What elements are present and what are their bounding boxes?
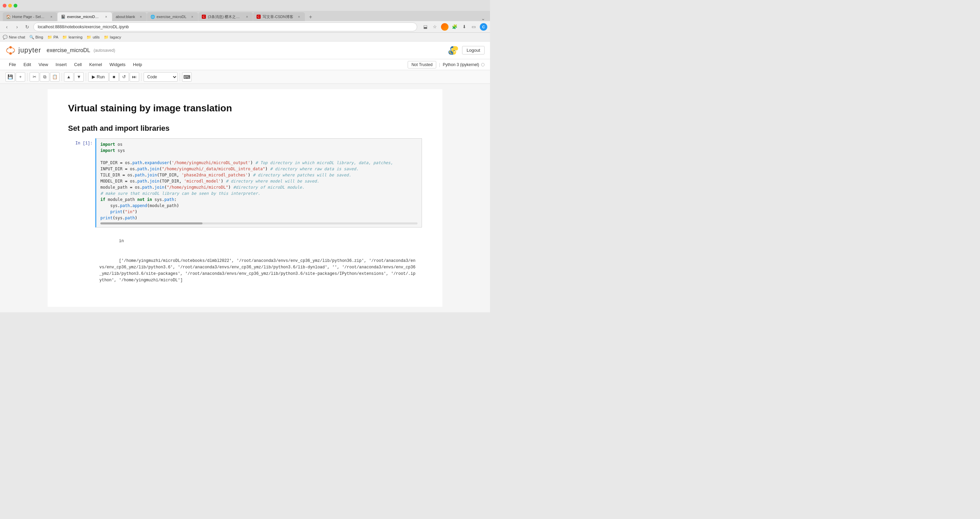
sidebar-icon[interactable]: ▭	[470, 24, 477, 30]
close-button[interactable]	[3, 4, 6, 8]
move-down-button[interactable]: ▼	[74, 72, 84, 82]
url-text: localhost:8888/notebooks/exercise_microD…	[38, 24, 129, 29]
jupyter-logo-svg	[5, 45, 16, 56]
move-up-button[interactable]: ▲	[64, 72, 73, 82]
jupyter-header: jupyter exercise_microDL (autosaved) Log…	[0, 42, 490, 59]
svg-point-4	[13, 51, 14, 53]
tab-close[interactable]: ×	[297, 14, 301, 19]
menu-widgets[interactable]: Widgets	[106, 61, 129, 69]
download-icon[interactable]: ⬇	[461, 24, 468, 30]
maximize-button[interactable]	[14, 4, 18, 8]
notebook-autosave-status: (autosaved)	[94, 48, 115, 53]
svg-point-3	[7, 48, 8, 50]
notebook-section1-title: Set path and import libraries	[68, 124, 422, 133]
bookmark-folder-icon: 📁	[62, 35, 67, 40]
tab-favicon: C	[256, 14, 261, 19]
bookmark-learning[interactable]: 📁 learning	[62, 35, 82, 40]
tab-label: exercise_microDL	[156, 14, 186, 19]
menu-edit[interactable]: Edit	[20, 61, 34, 69]
menu-file[interactable]: File	[5, 61, 19, 69]
restart-button[interactable]: ↺	[119, 72, 129, 82]
interrupt-button[interactable]: ■	[109, 72, 119, 82]
output-line2: ['/home/yingmuzhi/microDL/notebooks/dlmb…	[99, 259, 415, 283]
run-button[interactable]: ▶ Run	[88, 72, 108, 82]
bookmark-folder-icon: 📁	[104, 35, 108, 40]
bookmark-icon: 🔍	[29, 35, 34, 40]
tab-close[interactable]: ×	[104, 14, 108, 19]
minimize-button[interactable]	[8, 4, 12, 8]
bookmark-label: lagacy	[110, 35, 121, 39]
tab-label: 写文章-CSDN博客	[263, 14, 293, 19]
menu-kernel[interactable]: Kernel	[86, 61, 105, 69]
add-cell-button[interactable]: +	[16, 72, 25, 82]
bookmark-label: PA	[53, 35, 59, 39]
tab-home[interactable]: 🏠 Home Page - Select or c... ×	[3, 12, 57, 21]
code-scrollbar[interactable]	[100, 222, 417, 224]
tab-favicon: 🌐	[150, 14, 154, 19]
tab-csdn1[interactable]: C (3条消息) 樱木之的博客_C... ×	[198, 12, 253, 21]
tab-microdl[interactable]: 🌐 exercise_microDL ×	[147, 12, 198, 21]
bookmark-label: Bing	[35, 35, 43, 39]
kernel-indicator	[481, 63, 485, 66]
reload-button[interactable]: ↻	[23, 23, 31, 31]
star-icon[interactable]: ☆	[431, 24, 438, 30]
jupyter-logo: jupyter	[5, 45, 41, 56]
not-trusted-button[interactable]: Not Trusted	[408, 61, 436, 69]
menu-help[interactable]: Help	[130, 61, 146, 69]
back-button[interactable]: ‹	[3, 23, 11, 31]
cell-code-area[interactable]: import os import sys TOP_DIR = os.path.e…	[95, 138, 422, 227]
tab-close[interactable]: ×	[245, 14, 250, 19]
run-label: Run	[97, 74, 105, 79]
menu-view[interactable]: View	[35, 61, 51, 69]
url-bar[interactable]: localhost:8888/notebooks/exercise_microD…	[33, 22, 417, 31]
copy-cell-button[interactable]: ⧉	[40, 72, 49, 82]
paste-cell-button[interactable]: 📋	[50, 72, 60, 82]
notebook-title[interactable]: exercise_microDL	[47, 47, 90, 53]
separator	[180, 73, 180, 81]
window-controls	[3, 4, 18, 8]
output-line1: in	[119, 239, 124, 243]
notebook-inner: Virtual staining by image translation Se…	[48, 89, 442, 307]
tab-close[interactable]: ×	[49, 14, 54, 19]
forward-button[interactable]: ›	[13, 23, 21, 31]
menu-insert[interactable]: Insert	[52, 61, 70, 69]
logout-button[interactable]: Logout	[462, 46, 485, 54]
tab-label: about:blank	[116, 14, 135, 19]
scrollbar-thumb	[100, 222, 202, 224]
tab-exercise[interactable]: 📓 exercise_microDL - Jupyt... ×	[57, 12, 112, 21]
svg-point-5	[452, 48, 453, 50]
tab-blank[interactable]: about:blank ×	[112, 12, 147, 21]
bookmark-new-chat[interactable]: 💬 New chat	[3, 35, 25, 40]
cell-type-select[interactable]: Code Markdown Raw NBConvert	[143, 72, 178, 82]
extensions-icon[interactable]: 🧩	[451, 24, 458, 30]
bookmark-label: New chat	[9, 35, 25, 39]
save-button[interactable]: 💾	[5, 72, 15, 82]
python-logo-icon	[449, 46, 458, 55]
profile-avatar[interactable]: C	[480, 23, 487, 30]
tab-close[interactable]: ×	[190, 14, 195, 19]
cut-cell-button[interactable]: ✂	[30, 72, 39, 82]
menu-cell[interactable]: Cell	[71, 61, 85, 69]
restart-run-button[interactable]: ⏭	[130, 72, 139, 82]
separator	[86, 73, 86, 81]
bookmark-bing[interactable]: 🔍 Bing	[29, 35, 43, 40]
tab-favicon: 🏠	[6, 14, 10, 19]
screenshot-icon[interactable]: ⬓	[422, 24, 429, 30]
tab-list-button[interactable]: ⌄	[479, 16, 487, 21]
tab-label: Home Page - Select or c...	[12, 14, 46, 19]
tab-favicon: 📓	[61, 14, 65, 19]
tab-label: exercise_microDL - Jupyt...	[67, 14, 100, 19]
new-tab-button[interactable]: +	[307, 13, 315, 21]
bookmark-label: utils	[92, 35, 99, 39]
bookmark-pa[interactable]: 📁 PA	[47, 35, 59, 40]
bookmarks-bar: 💬 New chat 🔍 Bing 📁 PA 📁 learning 📁 util…	[0, 33, 490, 42]
tab-close[interactable]: ×	[138, 14, 143, 19]
bookmark-lagacy[interactable]: 📁 lagacy	[104, 35, 121, 40]
tab-csdn2[interactable]: C 写文章-CSDN博客 ×	[253, 12, 305, 21]
kernel-label: Python 3 (ipykernel)	[443, 62, 479, 67]
notebook-main-title: Virtual staining by image translation	[68, 103, 422, 114]
menu-right: Not Trusted | Python 3 (ipykernel)	[408, 61, 485, 69]
keyboard-shortcuts-button[interactable]: ⌨	[182, 72, 192, 82]
cell-label: In [1]:	[68, 138, 95, 227]
bookmark-utils[interactable]: 📁 utils	[86, 35, 99, 40]
